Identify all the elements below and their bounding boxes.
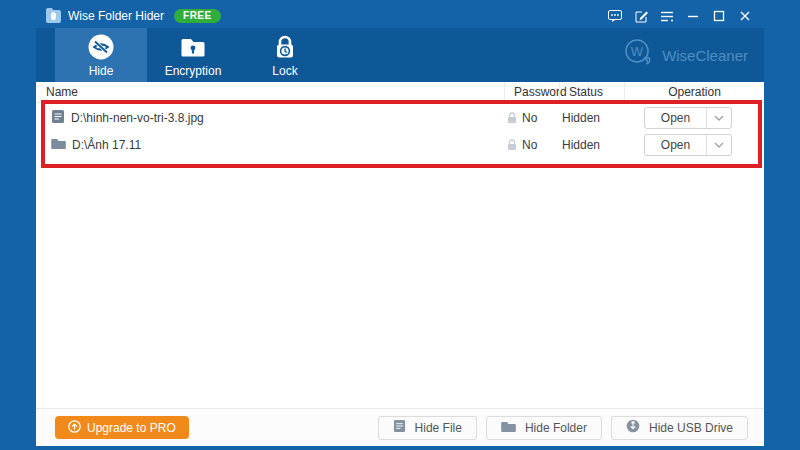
titlebar: Wise Folder Hider FREE [36,4,764,28]
open-button[interactable]: Open [644,134,732,156]
table-row[interactable]: D:\hinh-nen-vo-tri-3.8.jpg No Hidden Ope… [45,104,758,131]
chevron-down-icon[interactable] [706,108,731,128]
column-header-operation[interactable]: Operation [624,82,764,102]
menu-icon[interactable] [654,5,680,27]
table-row[interactable]: D:\Ảnh 17.11 No Hidden Open [45,131,758,158]
encryption-folder-icon [179,33,207,61]
hide-folder-button[interactable]: Hide Folder [486,416,602,440]
brand: W WiseCleaner [623,28,748,82]
upgrade-to-pro-button[interactable]: Upgrade to PRO [55,416,189,439]
file-icon [51,109,65,127]
folder-icon [51,137,66,153]
maximize-icon[interactable] [706,5,732,27]
tab-label: Encryption [165,64,222,78]
file-icon [393,419,406,436]
edit-icon[interactable] [628,5,654,27]
chevron-down-icon[interactable] [706,135,731,155]
lock-icon [507,112,517,124]
tab-lock[interactable]: Lock [239,28,331,82]
row-name: D:\hinh-nen-vo-tri-3.8.jpg [71,111,204,125]
status-value: Hidden [553,104,618,131]
lock-clock-icon [271,33,299,61]
feedback-icon[interactable] [602,5,628,27]
hide-usb-drive-button[interactable]: Hide USB Drive [611,416,748,440]
password-value: No [522,138,537,152]
tab-label: Hide [89,64,114,78]
app-window: Wise Folder Hider FREE Hide [36,4,764,446]
toolbar: Hide Encryption Lock W WiseCleaner [36,28,764,82]
tab-hide[interactable]: Hide [55,28,147,82]
usb-icon [626,419,640,436]
folder-icon [501,420,516,436]
lock-icon [507,139,517,151]
app-logo-icon [46,10,61,23]
minimize-icon[interactable] [680,5,706,27]
row-name: D:\Ảnh 17.11 [72,138,141,152]
column-header-name[interactable]: Name [36,82,504,102]
status-value: Hidden [553,131,618,158]
brand-text: WiseCleaner [662,47,748,64]
hide-eye-icon [87,33,115,61]
password-value: No [522,111,537,125]
window-title: Wise Folder Hider [68,9,164,23]
footer-bar: Upgrade to PRO Hide File Hide Folder Hid… [36,408,764,446]
empty-list-area [36,168,764,408]
tab-label: Lock [272,64,297,78]
close-icon[interactable] [732,5,758,27]
column-header-status[interactable]: Status [559,82,624,102]
free-badge: FREE [174,9,221,23]
highlight-annotation-box: D:\hinh-nen-vo-tri-3.8.jpg No Hidden Ope… [41,100,762,168]
wisecleaner-logo: W [623,38,655,72]
tab-encryption[interactable]: Encryption [147,28,239,82]
column-header-password[interactable]: Password [504,82,559,102]
upgrade-arrow-icon [68,420,81,436]
svg-text:W: W [631,44,644,59]
hide-file-button[interactable]: Hide File [378,416,477,440]
open-button[interactable]: Open [644,107,732,129]
